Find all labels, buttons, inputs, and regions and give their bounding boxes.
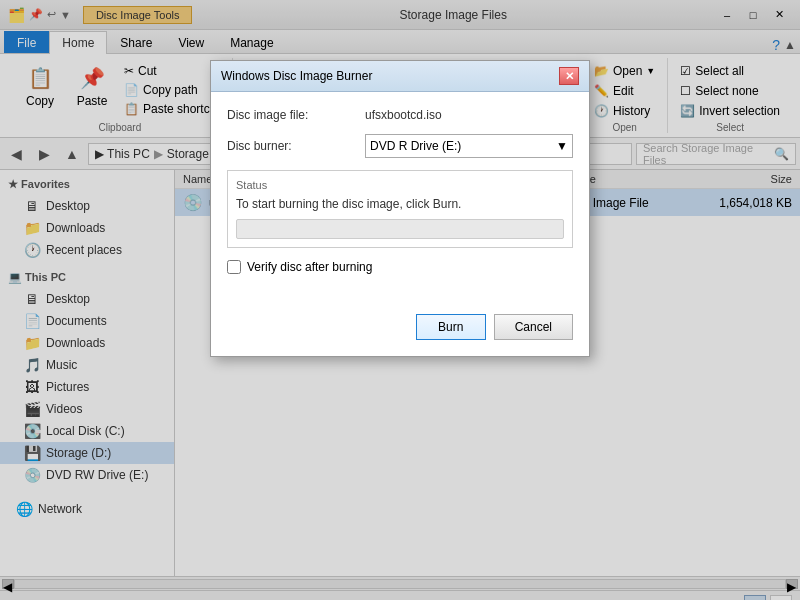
disc-burner-field: Disc burner: DVD R Drive (E:) ▼ <box>227 134 573 158</box>
verify-checkbox-group: Verify disc after burning <box>227 260 573 274</box>
disc-image-label: Disc image file: <box>227 108 357 122</box>
dialog: Windows Disc Image Burner ✕ Disc image f… <box>210 60 590 357</box>
status-message: To start burning the disc image, click B… <box>236 197 564 211</box>
modal-overlay: Windows Disc Image Burner ✕ Disc image f… <box>0 0 800 600</box>
disc-burner-label: Disc burner: <box>227 139 357 153</box>
disc-image-field: Disc image file: ufsxbootcd.iso <box>227 108 573 122</box>
burn-button[interactable]: Burn <box>416 314 486 340</box>
dialog-close-button[interactable]: ✕ <box>559 67 579 85</box>
status-section: Status To start burning the disc image, … <box>227 170 573 248</box>
status-header: Status <box>236 179 564 191</box>
cancel-button[interactable]: Cancel <box>494 314 573 340</box>
disc-burner-value: DVD R Drive (E:) <box>370 139 461 153</box>
disc-image-value: ufsxbootcd.iso <box>365 108 442 122</box>
dialog-title: Windows Disc Image Burner <box>221 69 372 83</box>
dialog-body: Disc image file: ufsxbootcd.iso Disc bur… <box>211 92 589 306</box>
dialog-title-bar: Windows Disc Image Burner ✕ <box>211 61 589 92</box>
verify-label: Verify disc after burning <box>247 260 372 274</box>
disc-burner-select[interactable]: DVD R Drive (E:) ▼ <box>365 134 573 158</box>
dialog-footer: Burn Cancel <box>211 306 589 356</box>
select-dropdown-icon: ▼ <box>556 139 568 153</box>
verify-checkbox[interactable] <box>227 260 241 274</box>
progress-bar <box>236 219 564 239</box>
